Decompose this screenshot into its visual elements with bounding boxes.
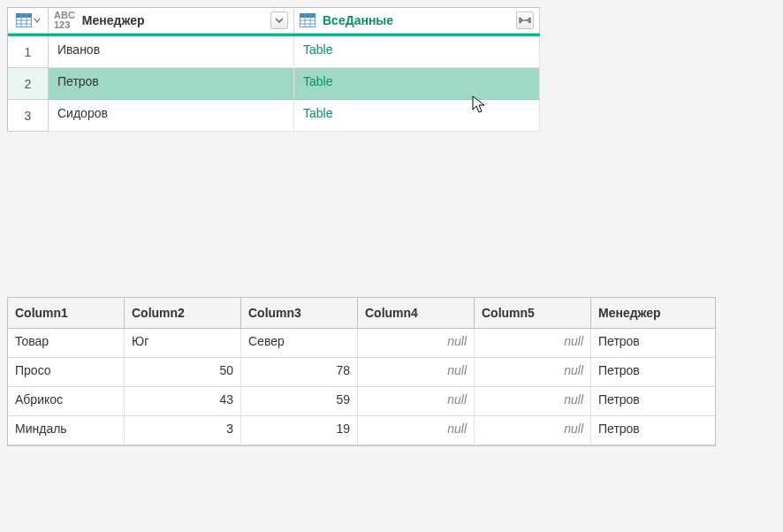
expand-icon [519, 15, 531, 26]
preview-col-header[interactable]: Column4 [358, 298, 475, 329]
preview-cell[interactable]: null [358, 387, 475, 416]
preview-cell[interactable]: null [358, 358, 475, 387]
preview-cell[interactable]: null [358, 416, 475, 445]
row-number[interactable]: 2 [8, 68, 49, 100]
preview-cell[interactable]: Абрикос [8, 387, 125, 416]
svg-rect-1 [16, 14, 31, 18]
preview-cell[interactable]: 59 [241, 387, 358, 416]
preview-cell[interactable]: Петров [591, 416, 715, 445]
preview-col-header[interactable]: Column3 [241, 298, 358, 329]
type-table-icon [300, 13, 315, 27]
preview-cell[interactable]: Юг [125, 329, 241, 358]
table-icon [16, 13, 32, 27]
preview-cell[interactable]: 50 [125, 358, 241, 387]
cell-table-link[interactable]: Table [294, 68, 540, 100]
preview-col-header[interactable]: Column1 [8, 298, 125, 329]
preview-col-header[interactable]: Менеджер [591, 298, 715, 329]
preview-cell[interactable]: Товар [8, 329, 125, 358]
preview-cell[interactable]: 78 [241, 358, 358, 387]
table-row[interactable]: 1ИвановTable [8, 36, 540, 68]
chevron-down-icon [34, 13, 41, 27]
preview-cell[interactable]: Миндаль [8, 416, 125, 445]
cell-table-link[interactable]: Table [294, 36, 540, 68]
preview-cell[interactable]: Просо [8, 358, 125, 387]
cell-manager[interactable]: Сидоров [49, 100, 294, 132]
cell-manager[interactable]: Петров [49, 68, 294, 100]
select-all-corner[interactable] [8, 8, 49, 34]
preview-cell[interactable]: 3 [125, 416, 241, 445]
preview-header: Column1 Column2 Column3 Column4 Column5 … [8, 298, 715, 329]
column-header-label: Менеджер [82, 13, 145, 27]
column-header-alldata[interactable]: ВсеДанные [294, 8, 540, 34]
preview-cell[interactable]: Петров [591, 329, 715, 358]
type-any-icon: ABC123 [54, 11, 75, 30]
cell-manager[interactable]: Иванов [49, 36, 294, 68]
preview-cell[interactable]: null [475, 329, 591, 358]
cell-table-link[interactable]: Table [294, 100, 540, 132]
svg-rect-7 [300, 14, 315, 18]
column-header-label: ВсеДанные [323, 13, 393, 27]
preview-cell[interactable]: null [358, 329, 475, 358]
table-row[interactable]: 3СидоровTable [8, 100, 540, 132]
table-row[interactable]: ТоварЮгСеверnullnullПетров [8, 329, 715, 358]
preview-cell[interactable]: Петров [591, 387, 715, 416]
preview-col-header[interactable]: Column5 [475, 298, 591, 329]
main-grid: ABC123 Менеджер ВсеДанные [7, 7, 540, 132]
row-number[interactable]: 3 [8, 100, 49, 132]
expand-column-button[interactable] [516, 11, 534, 29]
filter-dropdown-button[interactable] [270, 11, 288, 29]
preview-cell[interactable]: null [475, 358, 591, 387]
table-row[interactable]: Просо5078nullnullПетров [8, 358, 715, 387]
table-row[interactable]: Миндаль319nullnullПетров [8, 416, 715, 445]
column-header-manager[interactable]: ABC123 Менеджер [49, 8, 294, 34]
preview-cell[interactable]: Петров [591, 358, 715, 387]
preview-cell[interactable]: Север [241, 329, 358, 358]
preview-col-header[interactable]: Column2 [125, 298, 241, 329]
table-row[interactable]: Абрикос4359nullnullПетров [8, 387, 715, 416]
row-number[interactable]: 1 [8, 36, 49, 68]
preview-cell[interactable]: null [475, 387, 591, 416]
preview-cell[interactable]: null [475, 416, 591, 445]
main-grid-header: ABC123 Менеджер ВсеДанные [8, 8, 540, 36]
preview-cell[interactable]: 43 [125, 387, 241, 416]
preview-table: Column1 Column2 Column3 Column4 Column5 … [7, 297, 716, 446]
preview-cell[interactable]: 19 [241, 416, 358, 445]
chevron-down-icon [275, 16, 284, 25]
table-row[interactable]: 2ПетровTable [8, 68, 540, 100]
